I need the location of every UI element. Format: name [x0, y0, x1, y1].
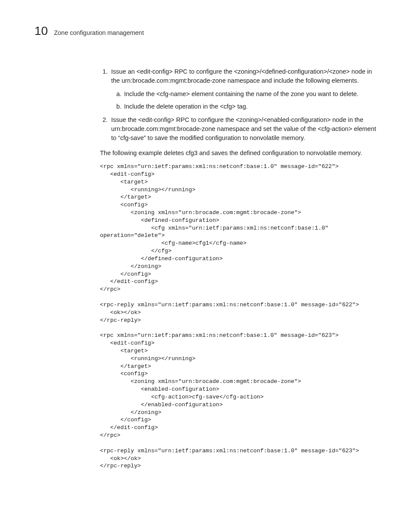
page-content: Issue an <edit-config> RPC to configure …	[100, 67, 380, 470]
step-1-text: Issue an <edit-config> RPC to configure …	[111, 68, 372, 84]
page: 10 Zone configuration management Issue a…	[0, 0, 411, 504]
step-2: Issue the <edit-config> RPC to configure…	[109, 115, 380, 143]
example-intro: The following example deletes cfg3 and s…	[100, 149, 380, 158]
code-block-2: <rpc-reply xmlns="urn:ietf:params:xml:ns…	[100, 301, 380, 324]
step-1b: Include the delete operation in the <cfg…	[123, 102, 380, 111]
step-1a: Include the <cfg-name> element containin…	[123, 90, 380, 99]
header-title: Zone configuration management	[54, 29, 144, 36]
step-1: Issue an <edit-config> RPC to configure …	[109, 67, 380, 111]
step-1-substeps: Include the <cfg-name> element containin…	[111, 90, 380, 111]
code-block-3: <rpc xmlns="urn:ietf:params:xml:ns:netco…	[100, 332, 380, 439]
code-block-4: <rpc-reply xmlns="urn:ietf:params:xml:ns…	[100, 447, 380, 470]
steps-list: Issue an <edit-config> RPC to configure …	[100, 67, 380, 143]
page-header: 10 Zone configuration management	[34, 25, 380, 37]
page-number: 10	[34, 25, 48, 37]
code-block-1: <rpc xmlns="urn:ietf:params:xml:ns:netco…	[100, 163, 380, 293]
